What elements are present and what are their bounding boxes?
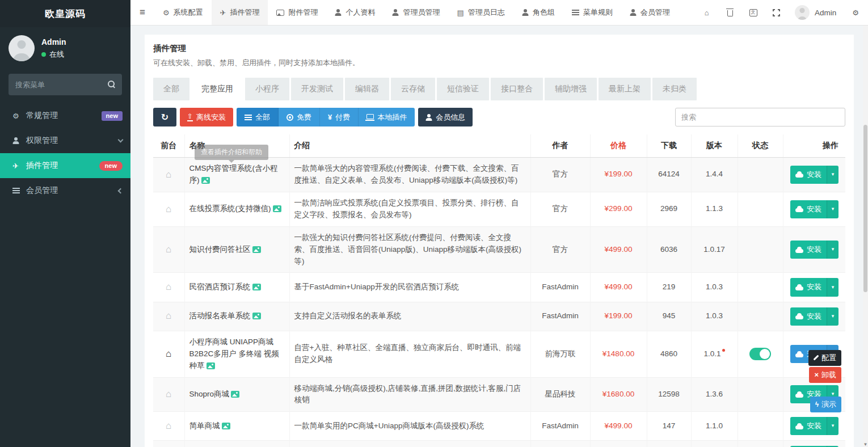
tab-2[interactable]: 小程序 [245,78,289,100]
navbar-admin-button[interactable]: Admin [788,0,843,25]
action-button[interactable]: 安装 ▾ [790,241,838,259]
language-button[interactable]: 文 [741,0,765,25]
tab-10[interactable]: 未归类 [652,78,697,100]
scrollbar[interactable]: ▼ [863,26,868,447]
tab-8[interactable]: 辅助增强 [545,78,597,100]
plugin-downloads: 64124 [647,158,691,192]
filter-button-1[interactable]: 免费 [279,108,320,126]
fullscreen-button[interactable] [765,0,788,25]
nav-item-label: 管理员管理 [403,7,440,18]
action-dropdown-toggle[interactable]: ▾ [827,241,838,259]
nav-item-7[interactable]: 菜单规则 [563,0,621,25]
nav-item-6[interactable]: 角色组 [513,0,563,25]
offline-install-button[interactable]: ⇧离线安装 [180,108,233,126]
filter-button-3[interactable]: 本地插件 [359,108,415,126]
image-icon [222,423,230,429]
plugin-intro: 基于ThinkPHP+FastAdmin开发的社区团购系统 [289,441,530,447]
filter-button-2[interactable]: ¥付费 [320,108,359,126]
nav-item-8[interactable]: 会员管理 [621,0,679,25]
demo-button[interactable]: ϟ演示 [810,397,841,412]
tab-4[interactable]: 编辑器 [345,78,389,100]
action-dropdown-toggle[interactable]: ▾ [827,278,838,296]
sidebar-item-1[interactable]: 权限管理 [0,128,130,153]
tab-3[interactable]: 开发测试 [291,78,343,100]
plugin-name-link[interactable]: 简单商城 [189,421,220,430]
col-intro: 介绍 [289,134,530,158]
user-icon [392,9,399,16]
nav-item-2[interactable]: 附件管理 [268,0,326,25]
table-search-input[interactable] [675,108,845,126]
trash-button[interactable] [718,0,741,25]
user-icon [630,9,637,16]
menu-toggle-button[interactable]: ≡ [130,0,154,25]
plugin-author: 官方 [530,226,590,273]
update-dot [722,349,725,352]
filter-button-group: 全部免费¥付费本地插件 [237,108,415,126]
nav-item-1[interactable]: ✈插件管理 [212,0,268,25]
plugin-name-link[interactable]: 小程序商城 UNIAPP商城 B2B2C多用户 多终端 视频种草 [189,338,279,370]
action-dropdown-toggle[interactable]: ▾ [827,307,838,326]
sidebar-item-3[interactable]: 会员管理 [0,178,130,203]
plugin-intro: 一款简单强大的内容管理系统(付费阅读、付费下载、全文搜索、百度推送、自定义表单、… [289,158,530,192]
action-dropdown-toggle[interactable]: ▾ [827,200,838,218]
plugin-intro: 支持自定义活动报名的表单系统 [289,302,530,331]
scrollbar-down-arrow[interactable]: ▼ [863,442,868,447]
plugin-name-link[interactable]: 民宿酒店预订系统 [189,282,251,291]
status-toggle[interactable] [749,348,771,360]
sidebar-item-2[interactable]: ✈插件管理new [0,153,130,178]
plugin-version: 1.0.3 [706,282,723,291]
action-button[interactable]: 安装 ▾ [790,200,838,218]
refresh-button[interactable]: ↻ [153,108,176,126]
plugin-version: 1.0.17 [703,245,725,254]
sidebar-item-0[interactable]: ⚙常规管理new [0,103,130,128]
filter-button-0[interactable]: 全部 [237,108,279,126]
fullscreen-icon [773,9,780,16]
app-logo: 欧皇源码 [0,0,130,27]
plugin-name-link[interactable]: 知识付费问答社区 [189,245,251,254]
filter-label: 全部 [255,112,270,123]
table-row: ⌂ 简单商城 一款简单实用的PC商城+Uniapp商城版本(高级授权)系统 Fa… [153,412,845,441]
action-button[interactable]: 安装 ▾ [790,278,838,296]
new-badge: new [102,111,123,121]
plugin-name-link[interactable]: 在线投票系统(支持微信) [189,204,271,213]
col-price: 价格 [590,134,647,158]
nav-item-3[interactable]: 个人资料 [326,0,384,25]
scrollbar-thumb[interactable] [863,125,867,292]
tab-1[interactable]: 完整应用 [191,78,243,100]
tab-9[interactable]: 最新上架 [599,78,651,100]
home-button[interactable]: ⌂ [695,0,718,25]
tab-7[interactable]: 接口整合 [491,78,543,100]
action-button[interactable]: 安装 ▾ [790,166,838,184]
top-navbar: ≡ ⚙系统配置✈插件管理附件管理个人资料管理员管理▤管理员日志角色组菜单规则会员… [130,0,868,26]
plugin-price: ¥1680.00 [590,377,647,412]
cloud-download-icon [795,353,803,357]
action-dropdown-toggle[interactable]: ▾ [827,417,838,435]
plugin-author: 官方 [530,192,590,226]
settings-cogs-button[interactable]: ⚙ [843,0,868,25]
action-button[interactable]: 安装 ▾ [790,417,838,435]
sidebar-search-input[interactable] [9,74,122,95]
nav-item-5[interactable]: ▤管理员日志 [448,0,513,25]
plugin-author: 前海万联 [530,331,590,377]
nav-item-label: 管理员日志 [468,7,505,18]
table-row: ⌂ CMS内容管理系统(含小程序) 一款简单强大的内容管理系统(付费阅读、付费下… [153,158,845,192]
action-button[interactable]: 安装 ▾ [790,307,838,326]
image-icon [273,205,281,212]
tab-5[interactable]: 云存储 [391,78,435,100]
online-dot [41,52,46,57]
tab-6[interactable]: 短信验证 [437,78,489,100]
plugin-intro: 一款简洁响应式投票系统(自定义投票项目、投票分类、排行榜、自定义字段、投票报名、… [289,192,530,226]
plugin-name-link[interactable]: 活动报名表单系统 [189,311,251,320]
uninstall-button[interactable]: ×卸载 [809,367,841,383]
filter-label: 免费 [297,112,311,123]
member-info-button[interactable]: 会员信息 [418,108,473,126]
nav-item-4[interactable]: 管理员管理 [384,0,448,25]
action-dropdown-toggle[interactable]: ▾ [827,166,838,184]
home-icon: ⌂ [705,9,709,16]
tab-0[interactable]: 全部 [153,78,189,100]
nav-item-0[interactable]: ⚙系统配置 [154,0,212,25]
plugin-name-link[interactable]: Shopro商城 [189,390,230,398]
image-icon [252,313,261,319]
configure-button[interactable]: 配置 [808,350,841,366]
action-menu: 配置×卸载 [808,350,841,383]
